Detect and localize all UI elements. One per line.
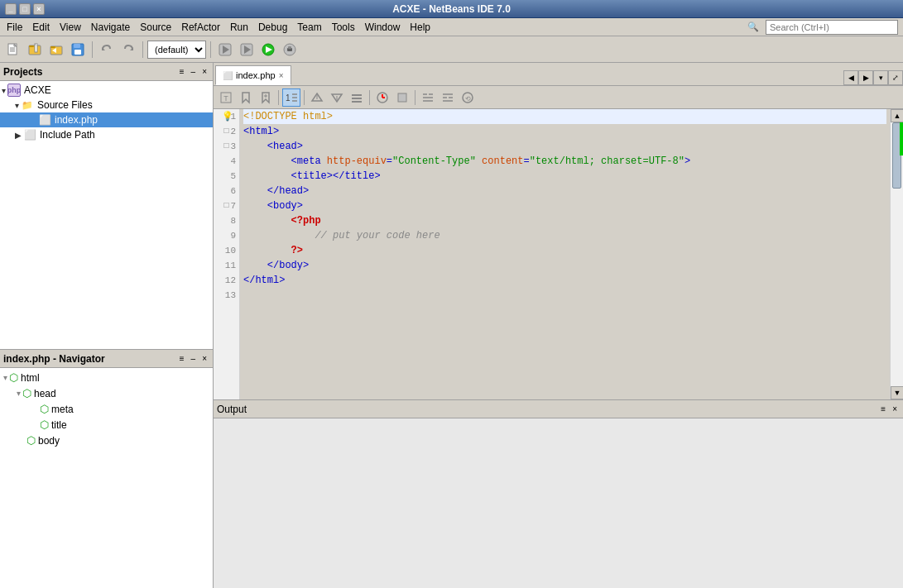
history-button[interactable]: ⟲ bbox=[459, 88, 477, 107]
undo-button[interactable] bbox=[97, 40, 117, 60]
scroll-up-button[interactable]: ▲ bbox=[891, 109, 903, 122]
tab-label-index-php: index.php bbox=[236, 70, 276, 80]
line-num-9: 9 bbox=[214, 228, 239, 243]
project-select[interactable]: (default) bbox=[147, 41, 206, 59]
maximize-button[interactable]: □ bbox=[19, 3, 31, 15]
content-area: Projects ≡ – × ▾ php ACXE bbox=[0, 63, 903, 588]
breakpoint-indicator-1: 💡 bbox=[222, 109, 228, 124]
output-options-button[interactable]: ≡ bbox=[878, 404, 888, 414]
projects-panel: Projects ≡ – × ▾ php ACXE bbox=[0, 63, 213, 350]
next-usage-button[interactable] bbox=[328, 88, 346, 107]
nav-meta-icon: ⬡ bbox=[40, 403, 49, 415]
line-num-6: 6 bbox=[214, 184, 239, 198]
projects-panel-title: Projects bbox=[3, 66, 42, 78]
minimize-button[interactable]: _ bbox=[5, 3, 17, 15]
nav-body-icon: ⬡ bbox=[26, 434, 36, 447]
save-button[interactable] bbox=[68, 40, 88, 60]
fold-indicator-7[interactable]: □ bbox=[222, 198, 228, 213]
projects-collapse-button[interactable]: ≡ bbox=[177, 67, 187, 76]
diff-button[interactable] bbox=[419, 88, 437, 107]
menu-debug[interactable]: Debug bbox=[253, 20, 292, 35]
menu-source[interactable]: Source bbox=[135, 20, 176, 35]
toolbar-separator-2 bbox=[142, 41, 143, 58]
search-input[interactable] bbox=[766, 20, 898, 35]
tree-item-source-files[interactable]: ▾ 📁 Source Files bbox=[0, 98, 213, 112]
projects-minimize-button[interactable]: – bbox=[189, 67, 199, 76]
close-button[interactable]: × bbox=[33, 3, 45, 15]
menu-tools[interactable]: Tools bbox=[327, 20, 360, 35]
code-line-9: // put your code here bbox=[243, 228, 886, 243]
debug-last-button[interactable] bbox=[237, 40, 257, 60]
menu-edit[interactable]: Edit bbox=[27, 20, 55, 35]
line-num-8: 8 bbox=[214, 213, 239, 228]
right-area: ⬜ index.php × ◀ ▶ ▾ ⤢ T bbox=[214, 63, 903, 588]
fold-indicator-2[interactable]: □ bbox=[222, 124, 228, 139]
tree-label-index-php: index.php bbox=[55, 114, 98, 126]
menu-refactor[interactable]: RefActor bbox=[176, 20, 225, 35]
svg-rect-43 bbox=[398, 93, 406, 102]
code-indicator-mark bbox=[900, 122, 903, 155]
editor-container: 💡 1 □ 2 □ 3 4 bbox=[214, 109, 903, 399]
new-file-button[interactable] bbox=[3, 40, 23, 60]
tab-maximize-button[interactable]: ⤢ bbox=[888, 70, 903, 85]
nav-label-meta: meta bbox=[51, 404, 74, 415]
run-last-button[interactable] bbox=[215, 40, 235, 60]
code-editor-content[interactable]: <!DOCTYPE html> <html> <head> <meta http… bbox=[240, 109, 890, 399]
tab-scroll-left-button[interactable]: ◀ bbox=[843, 70, 858, 85]
build-button[interactable] bbox=[280, 40, 300, 60]
navigator-minimize-button[interactable]: – bbox=[189, 354, 199, 363]
nav-item-title[interactable]: ⬡ title bbox=[0, 417, 213, 433]
projects-panel-controls[interactable]: ≡ – × bbox=[177, 67, 209, 76]
menu-view[interactable]: View bbox=[55, 20, 86, 35]
fold-indicator-3[interactable]: □ bbox=[222, 139, 228, 154]
output-close-button[interactable]: × bbox=[890, 404, 900, 414]
run-project-button[interactable] bbox=[258, 40, 278, 60]
redo-button[interactable] bbox=[118, 40, 138, 60]
window-title: ACXE - NetBeans IDE 7.0 bbox=[392, 3, 511, 15]
goto-type-button[interactable]: T bbox=[217, 88, 235, 107]
navigator-close-button[interactable]: × bbox=[199, 354, 209, 363]
tree-item-acxe[interactable]: ▾ php ACXE bbox=[0, 83, 213, 98]
nav-item-meta[interactable]: ⬡ meta bbox=[0, 401, 213, 417]
folder-icon: 📁 bbox=[21, 98, 34, 112]
scrollbar-track[interactable] bbox=[891, 122, 903, 386]
tab-navigation[interactable]: ◀ ▶ ▾ ⤢ bbox=[843, 70, 903, 85]
menu-window[interactable]: Window bbox=[360, 20, 406, 35]
toggle-linenum-button[interactable]: 1 bbox=[282, 88, 300, 107]
navigator-panel-controls[interactable]: ≡ – × bbox=[177, 354, 209, 363]
line-num-13: 13 bbox=[214, 288, 239, 303]
tree-item-index-php[interactable]: ⬜ index.php bbox=[0, 112, 213, 127]
output-panel-controls[interactable]: ≡ × bbox=[878, 404, 900, 414]
menu-run[interactable]: Run bbox=[225, 20, 253, 35]
new-project-button[interactable] bbox=[25, 40, 45, 60]
tree-item-include-path[interactable]: ▶ ⬜ Include Path bbox=[0, 127, 213, 142]
nav-item-head[interactable]: ▾ ⬡ head bbox=[0, 385, 213, 401]
scroll-down-button[interactable]: ▼ bbox=[891, 386, 903, 399]
menu-team[interactable]: Team bbox=[292, 20, 326, 35]
stop-coverage-button[interactable] bbox=[393, 88, 411, 107]
nav-item-html[interactable]: ▾ ⬡ html bbox=[0, 370, 213, 385]
menu-help[interactable]: Help bbox=[405, 20, 435, 35]
diff2-button[interactable] bbox=[439, 88, 457, 107]
nav-item-body[interactable]: ⬡ body bbox=[0, 433, 213, 448]
toggle-members-button[interactable] bbox=[348, 88, 366, 107]
open-project-button[interactable] bbox=[46, 40, 66, 60]
navigator-collapse-button[interactable]: ≡ bbox=[177, 354, 187, 363]
tab-dropdown-button[interactable]: ▾ bbox=[873, 70, 888, 85]
prev-usage-button[interactable] bbox=[308, 88, 326, 107]
tab-index-php[interactable]: ⬜ index.php × bbox=[215, 65, 291, 85]
toggle-bookmark-button[interactable] bbox=[237, 88, 255, 107]
tab-scroll-right-button[interactable]: ▶ bbox=[858, 70, 873, 85]
menu-file[interactable]: File bbox=[2, 20, 27, 35]
editor-main: 💡 1 □ 2 □ 3 4 bbox=[214, 109, 903, 399]
prev-bookmark-button[interactable] bbox=[257, 88, 275, 107]
menu-navigate[interactable]: Navigate bbox=[86, 20, 135, 35]
projects-close-button[interactable]: × bbox=[199, 67, 209, 76]
vertical-scrollbar[interactable]: ▲ ▼ bbox=[890, 109, 903, 399]
tab-close-button[interactable]: × bbox=[279, 71, 284, 80]
projects-tree: ▾ php ACXE ▾ 📁 Source Files bbox=[0, 81, 213, 349]
toggle-code-coverage-button[interactable] bbox=[373, 88, 391, 107]
svg-rect-6 bbox=[29, 45, 34, 47]
line-num-4: 4 bbox=[214, 154, 239, 169]
window-controls[interactable]: _ □ × bbox=[5, 3, 45, 15]
